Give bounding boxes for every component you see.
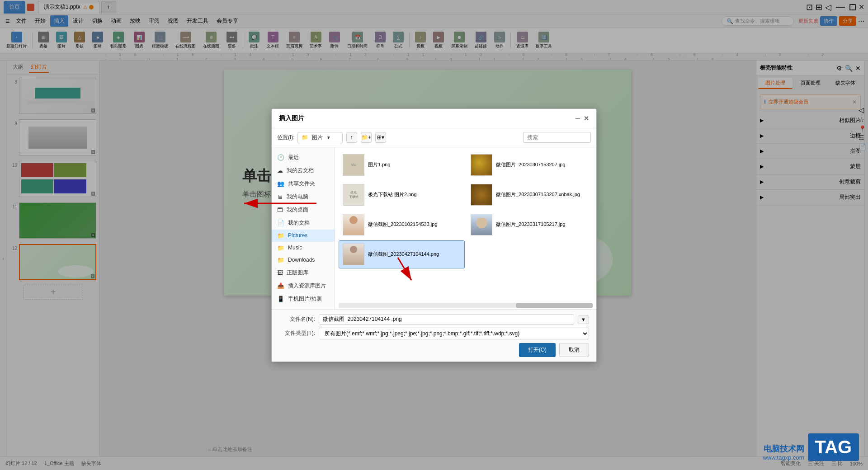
nav-recent-label: 最近 bbox=[288, 154, 299, 161]
filename-label: 文件名(N): bbox=[279, 315, 315, 323]
dialog-win-controls: ─ ✕ bbox=[576, 115, 589, 122]
dialog-location: 位置(I): 📁 图片 ▼ bbox=[277, 132, 343, 143]
file-name: 微信图片_20230307153207.jpg bbox=[496, 161, 566, 168]
file-item-selected[interactable]: 微信截图_20230427104144.png bbox=[339, 240, 465, 268]
files-grid: IMG 图片1.png 微信图片_20230307153207.jpg bbox=[335, 147, 596, 302]
clock-icon: 🕐 bbox=[277, 154, 284, 161]
file-item[interactable]: 微信图片_20230317105217.jpg bbox=[467, 211, 593, 239]
gallery-icon: 🖼 bbox=[277, 269, 283, 276]
filetype-row: 文件类型(T): 所有图片(*.emf;*.wmf;*.jpg;*.jpeg;*… bbox=[279, 328, 589, 339]
insert-image-dialog: 插入图片 ─ ✕ 位置(I): 📁 图片 ▼ ↑ 📁+ ⊞▾ bbox=[271, 108, 597, 362]
file-thumbnail bbox=[471, 154, 492, 176]
files-area: IMG 图片1.png 微信图片_20230307153207.jpg bbox=[335, 147, 596, 309]
file-name-selected: 微信截图_20230427104144.png bbox=[368, 251, 439, 257]
filename-dropdown-btn[interactable]: ▼ bbox=[578, 315, 589, 324]
dialog-minimize-btn[interactable]: ─ bbox=[576, 115, 580, 122]
cancel-button[interactable]: 取消 bbox=[559, 343, 589, 357]
watermark-tag: TAG bbox=[808, 433, 859, 461]
desktop-icon: 🗔 bbox=[277, 207, 283, 213]
nav-downloads-label: Downloads bbox=[288, 257, 315, 263]
dialog-title-text: 插入图片 bbox=[279, 114, 304, 122]
file-item[interactable]: 微信截图_20230102154533.jpg bbox=[339, 211, 465, 239]
dialog-footer: 文件名(N): ▼ 文件类型(T): 所有图片(*.emf;*.wmf;*.jp… bbox=[272, 309, 596, 362]
resource-insert-icon: 📥 bbox=[277, 282, 284, 289]
nav-desktop[interactable]: 🗔 我的桌面 bbox=[272, 203, 335, 216]
file-thumbnail bbox=[471, 214, 492, 235]
file-thumbnail-selected bbox=[343, 244, 364, 265]
nav-mydocs[interactable]: 📄 我的文档 bbox=[272, 216, 335, 230]
location-label: 位置(I): bbox=[277, 134, 295, 141]
downloads-folder-icon: 📁 bbox=[277, 257, 284, 263]
nav-downloads[interactable]: 📁 Downloads bbox=[272, 254, 335, 266]
nav-view-btn[interactable]: ⊞▾ bbox=[375, 132, 386, 143]
nav-cloud[interactable]: ☁ 我的云文档 bbox=[272, 164, 335, 177]
nav-music[interactable]: 📁 Music bbox=[272, 242, 335, 254]
filename-row: 文件名(N): ▼ bbox=[279, 314, 589, 325]
shared-icon: 👥 bbox=[277, 180, 284, 187]
dialog-close-btn[interactable]: ✕ bbox=[584, 115, 589, 122]
nav-resources-label: 插入资源库图片 bbox=[288, 282, 326, 290]
open-button[interactable]: 打开(O) bbox=[519, 343, 556, 357]
file-thumbnail bbox=[343, 214, 364, 235]
nav-gallery[interactable]: 🖼 正版图库 bbox=[272, 266, 335, 279]
nav-recent[interactable]: 🕐 最近 bbox=[272, 151, 335, 164]
h-scroll-thumb bbox=[516, 303, 593, 308]
nav-music-label: Music bbox=[288, 244, 302, 251]
nav-shared-label: 共享文件夹 bbox=[288, 180, 315, 188]
file-thumbnail bbox=[471, 184, 492, 206]
dialog-body: 🕐 最近 ☁ 我的云文档 👥 共享文件夹 🖥 我的电脑 🗔 我的桌面 bbox=[272, 147, 596, 309]
dialog-overlay: 插入图片 ─ ✕ 位置(I): 📁 图片 ▼ ↑ 📁+ ⊞▾ bbox=[0, 0, 868, 470]
file-name: 微信图片_20230317105217.jpg bbox=[496, 221, 566, 227]
nav-shared[interactable]: 👥 共享文件夹 bbox=[272, 177, 335, 190]
location-dropdown[interactable]: 📁 图片 ▼ bbox=[297, 132, 343, 143]
nav-mypc-label: 我的电脑 bbox=[287, 193, 308, 201]
dialog-nav-sidebar: 🕐 最近 ☁ 我的云文档 👥 共享文件夹 🖥 我的电脑 🗔 我的桌面 bbox=[272, 147, 335, 309]
nav-mydocs-label: 我的文档 bbox=[288, 219, 310, 227]
nav-mypc[interactable]: 🖥 我的电脑 bbox=[272, 190, 335, 203]
file-item[interactable]: IMG 图片1.png bbox=[339, 151, 465, 179]
folder-icon: 📁 bbox=[302, 134, 308, 141]
dialog-titlebar: 插入图片 ─ ✕ bbox=[272, 109, 596, 128]
nav-resources[interactable]: 📥 插入资源库图片 bbox=[272, 279, 335, 292]
file-item[interactable]: 微信图片_20230307153207.xnbak.jpg bbox=[467, 181, 593, 209]
dialog-search-input[interactable] bbox=[523, 132, 591, 143]
nav-desktop-label: 我的桌面 bbox=[287, 206, 308, 214]
nav-newfolder-btn[interactable]: 📁+ bbox=[361, 132, 372, 143]
nav-pictures-label: Pictures bbox=[288, 232, 307, 239]
watermark-line1: 电脑技术网 bbox=[763, 443, 804, 454]
filetype-label: 文件类型(T): bbox=[279, 329, 315, 337]
file-thumbnail: 极光下载站 bbox=[343, 184, 364, 206]
nav-phone-label: 手机图片/拍照 bbox=[288, 295, 322, 303]
nav-up-btn[interactable]: ↑ bbox=[346, 132, 357, 143]
filename-input[interactable] bbox=[319, 314, 574, 325]
file-name: 极光下载站 图片2.png bbox=[368, 191, 417, 197]
file-item[interactable]: 极光下载站 极光下载站 图片2.png bbox=[339, 181, 465, 209]
watermark: 电脑技术网 www.tagxp.com TAG bbox=[763, 433, 859, 461]
nav-cloud-label: 我的云文档 bbox=[287, 167, 314, 174]
horizontal-scrollbar[interactable] bbox=[339, 303, 593, 308]
nav-phone[interactable]: 📱 手机图片/拍照 bbox=[272, 292, 335, 306]
dialog-toolbar: 位置(I): 📁 图片 ▼ ↑ 📁+ ⊞▾ bbox=[272, 128, 596, 147]
pictures-folder-icon: 📁 bbox=[277, 232, 284, 239]
pc-icon: 🖥 bbox=[277, 193, 283, 200]
phone-icon: 📱 bbox=[277, 296, 284, 302]
file-name: 图片1.png bbox=[368, 161, 391, 168]
cloud-icon: ☁ bbox=[277, 167, 283, 174]
location-value: 图片 bbox=[312, 134, 323, 141]
watermark-line2: www.tagxp.com bbox=[763, 454, 804, 461]
file-name: 微信图片_20230307153207.xnbak.jpg bbox=[496, 191, 580, 197]
music-folder-icon: 📁 bbox=[277, 244, 284, 251]
file-item[interactable]: 微信图片_20230307153207.jpg bbox=[467, 151, 593, 179]
watermark-container: 电脑技术网 www.tagxp.com TAG bbox=[763, 433, 859, 461]
docs-icon: 📄 bbox=[277, 220, 284, 226]
file-name: 微信截图_20230102154533.jpg bbox=[368, 221, 438, 227]
nav-gallery-label: 正版图库 bbox=[287, 269, 308, 277]
dialog-buttons: 打开(O) 取消 bbox=[279, 343, 589, 357]
watermark-text: 电脑技术网 www.tagxp.com bbox=[763, 443, 804, 461]
filetype-select[interactable]: 所有图片(*.emf;*.wmf;*.jpg;*.jpeg;*.jpe;*.jp… bbox=[319, 328, 589, 339]
dropdown-chevron-icon: ▼ bbox=[326, 135, 331, 140]
nav-pictures[interactable]: 📁 Pictures bbox=[272, 230, 335, 242]
file-thumbnail: IMG bbox=[343, 154, 364, 176]
